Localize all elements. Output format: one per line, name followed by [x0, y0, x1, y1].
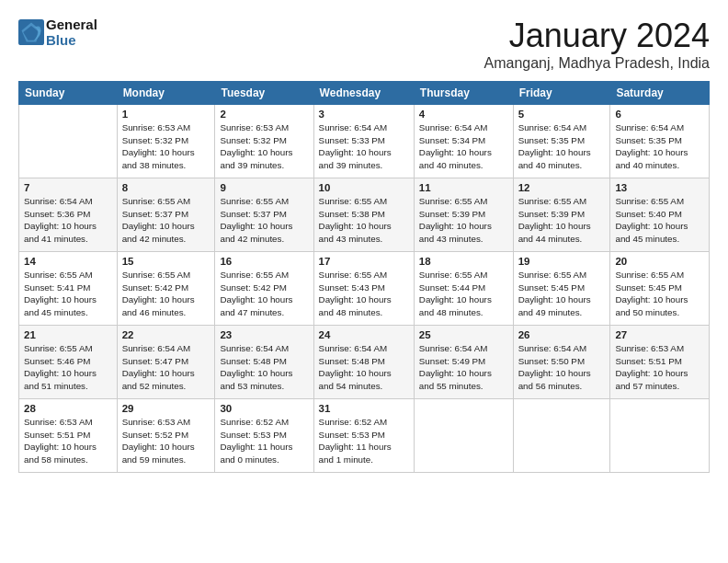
- day-detail: Sunrise: 6:54 AM Sunset: 5:48 PM Dayligh…: [319, 342, 409, 393]
- calendar-table: SundayMondayTuesdayWednesdayThursdayFrid…: [18, 81, 710, 473]
- day-number: 6: [615, 109, 704, 120]
- calendar-cell: 15Sunrise: 6:55 AM Sunset: 5:42 PM Dayli…: [117, 252, 215, 326]
- calendar-week-row: 21Sunrise: 6:55 AM Sunset: 5:46 PM Dayli…: [19, 326, 710, 399]
- day-detail: Sunrise: 6:55 AM Sunset: 5:45 PM Dayligh…: [615, 269, 704, 319]
- calendar-cell: [513, 399, 610, 473]
- day-detail: Sunrise: 6:53 AM Sunset: 5:32 PM Dayligh…: [122, 121, 210, 172]
- day-number: 19: [518, 256, 606, 267]
- calendar-cell: 9Sunrise: 6:55 AM Sunset: 5:37 PM Daylig…: [215, 178, 313, 252]
- calendar-cell: 8Sunrise: 6:55 AM Sunset: 5:37 PM Daylig…: [117, 178, 215, 252]
- day-number: 9: [220, 182, 308, 193]
- day-number: 21: [24, 329, 112, 340]
- day-number: 24: [319, 329, 409, 340]
- calendar-cell: 25Sunrise: 6:54 AM Sunset: 5:49 PM Dayli…: [414, 326, 513, 399]
- day-detail: Sunrise: 6:55 AM Sunset: 5:46 PM Dayligh…: [24, 342, 112, 393]
- day-number: 11: [419, 182, 508, 193]
- day-detail: Sunrise: 6:55 AM Sunset: 5:45 PM Dayligh…: [518, 269, 606, 319]
- calendar-cell: 26Sunrise: 6:54 AM Sunset: 5:50 PM Dayli…: [513, 326, 610, 399]
- calendar-cell: 13Sunrise: 6:55 AM Sunset: 5:40 PM Dayli…: [610, 178, 710, 252]
- day-detail: Sunrise: 6:55 AM Sunset: 5:42 PM Dayligh…: [122, 269, 210, 319]
- day-detail: Sunrise: 6:55 AM Sunset: 5:40 PM Dayligh…: [615, 195, 704, 246]
- calendar-cell: 17Sunrise: 6:55 AM Sunset: 5:43 PM Dayli…: [313, 252, 414, 326]
- day-number: 28: [24, 403, 112, 414]
- logo-text: General Blue: [46, 17, 97, 48]
- day-detail: Sunrise: 6:54 AM Sunset: 5:33 PM Dayligh…: [319, 121, 409, 172]
- day-number: 1: [122, 109, 210, 120]
- day-detail: Sunrise: 6:54 AM Sunset: 5:36 PM Dayligh…: [24, 195, 112, 246]
- calendar-week-row: 7Sunrise: 6:54 AM Sunset: 5:36 PM Daylig…: [19, 178, 710, 252]
- day-number: 16: [220, 256, 308, 267]
- calendar-cell: 31Sunrise: 6:52 AM Sunset: 5:53 PM Dayli…: [313, 399, 414, 473]
- day-number: 8: [122, 182, 210, 193]
- day-number: 3: [319, 109, 409, 120]
- title-block: January 2024 Amanganj, Madhya Pradesh, I…: [484, 17, 710, 72]
- header-day: Sunday: [19, 82, 118, 105]
- day-number: 4: [419, 109, 508, 120]
- day-number: 18: [419, 256, 508, 267]
- day-detail: Sunrise: 6:55 AM Sunset: 5:42 PM Dayligh…: [220, 269, 308, 319]
- header-day: Wednesday: [313, 82, 414, 105]
- calendar-cell: 24Sunrise: 6:54 AM Sunset: 5:48 PM Dayli…: [313, 326, 414, 399]
- header-row: SundayMondayTuesdayWednesdayThursdayFrid…: [19, 82, 710, 105]
- calendar-cell: 19Sunrise: 6:55 AM Sunset: 5:45 PM Dayli…: [513, 252, 610, 326]
- main-title: January 2024: [484, 17, 710, 55]
- calendar-cell: 1Sunrise: 6:53 AM Sunset: 5:32 PM Daylig…: [117, 105, 215, 178]
- calendar-cell: 11Sunrise: 6:55 AM Sunset: 5:39 PM Dayli…: [414, 178, 513, 252]
- day-detail: Sunrise: 6:55 AM Sunset: 5:38 PM Dayligh…: [319, 195, 409, 246]
- calendar-cell: 4Sunrise: 6:54 AM Sunset: 5:34 PM Daylig…: [414, 105, 513, 178]
- day-detail: Sunrise: 6:54 AM Sunset: 5:50 PM Dayligh…: [518, 342, 606, 393]
- header-day: Monday: [117, 82, 215, 105]
- header-day: Saturday: [610, 82, 710, 105]
- day-detail: Sunrise: 6:55 AM Sunset: 5:39 PM Dayligh…: [518, 195, 606, 246]
- day-detail: Sunrise: 6:53 AM Sunset: 5:52 PM Dayligh…: [122, 416, 210, 466]
- day-number: 7: [24, 182, 112, 193]
- day-number: 29: [122, 403, 210, 414]
- calendar-cell: 10Sunrise: 6:55 AM Sunset: 5:38 PM Dayli…: [313, 178, 414, 252]
- day-number: 10: [319, 182, 409, 193]
- header-day: Tuesday: [215, 82, 313, 105]
- day-number: 26: [518, 329, 606, 340]
- header: General Blue January 2024 Amanganj, Madh…: [18, 17, 710, 72]
- general-blue-icon: [18, 19, 44, 45]
- day-number: 20: [615, 256, 704, 267]
- day-number: 5: [518, 109, 606, 120]
- day-number: 15: [122, 256, 210, 267]
- calendar-cell: 6Sunrise: 6:54 AM Sunset: 5:35 PM Daylig…: [610, 105, 710, 178]
- day-detail: Sunrise: 6:53 AM Sunset: 5:32 PM Dayligh…: [220, 121, 308, 172]
- day-number: 14: [24, 256, 112, 267]
- day-detail: Sunrise: 6:55 AM Sunset: 5:41 PM Dayligh…: [24, 269, 112, 319]
- header-day: Friday: [513, 82, 610, 105]
- day-detail: Sunrise: 6:54 AM Sunset: 5:47 PM Dayligh…: [122, 342, 210, 393]
- day-detail: Sunrise: 6:52 AM Sunset: 5:53 PM Dayligh…: [220, 416, 308, 466]
- day-detail: Sunrise: 6:55 AM Sunset: 5:37 PM Dayligh…: [122, 195, 210, 246]
- day-detail: Sunrise: 6:54 AM Sunset: 5:49 PM Dayligh…: [419, 342, 508, 393]
- day-detail: Sunrise: 6:54 AM Sunset: 5:35 PM Dayligh…: [518, 121, 606, 172]
- day-detail: Sunrise: 6:54 AM Sunset: 5:35 PM Dayligh…: [615, 121, 704, 172]
- day-number: 25: [419, 329, 508, 340]
- calendar-cell: 16Sunrise: 6:55 AM Sunset: 5:42 PM Dayli…: [215, 252, 313, 326]
- calendar-cell: 20Sunrise: 6:55 AM Sunset: 5:45 PM Dayli…: [610, 252, 710, 326]
- calendar-cell: 7Sunrise: 6:54 AM Sunset: 5:36 PM Daylig…: [19, 178, 118, 252]
- day-number: 31: [319, 403, 409, 414]
- calendar-cell: 29Sunrise: 6:53 AM Sunset: 5:52 PM Dayli…: [117, 399, 215, 473]
- day-number: 12: [518, 182, 606, 193]
- calendar-week-row: 1Sunrise: 6:53 AM Sunset: 5:32 PM Daylig…: [19, 105, 710, 178]
- day-number: 27: [615, 329, 704, 340]
- calendar-cell: [610, 399, 710, 473]
- calendar-cell: 2Sunrise: 6:53 AM Sunset: 5:32 PM Daylig…: [215, 105, 313, 178]
- calendar-cell: 27Sunrise: 6:53 AM Sunset: 5:51 PM Dayli…: [610, 326, 710, 399]
- calendar-cell: 22Sunrise: 6:54 AM Sunset: 5:47 PM Dayli…: [117, 326, 215, 399]
- day-detail: Sunrise: 6:55 AM Sunset: 5:44 PM Dayligh…: [419, 269, 508, 319]
- day-number: 30: [220, 403, 308, 414]
- day-number: 22: [122, 329, 210, 340]
- calendar-cell: 3Sunrise: 6:54 AM Sunset: 5:33 PM Daylig…: [313, 105, 414, 178]
- calendar-cell: 23Sunrise: 6:54 AM Sunset: 5:48 PM Dayli…: [215, 326, 313, 399]
- calendar-cell: [414, 399, 513, 473]
- day-detail: Sunrise: 6:53 AM Sunset: 5:51 PM Dayligh…: [24, 416, 112, 466]
- subtitle: Amanganj, Madhya Pradesh, India: [484, 55, 710, 72]
- day-number: 2: [220, 109, 308, 120]
- day-detail: Sunrise: 6:53 AM Sunset: 5:51 PM Dayligh…: [615, 342, 704, 393]
- day-detail: Sunrise: 6:55 AM Sunset: 5:39 PM Dayligh…: [419, 195, 508, 246]
- calendar-week-row: 28Sunrise: 6:53 AM Sunset: 5:51 PM Dayli…: [19, 399, 710, 473]
- calendar-cell: 12Sunrise: 6:55 AM Sunset: 5:39 PM Dayli…: [513, 178, 610, 252]
